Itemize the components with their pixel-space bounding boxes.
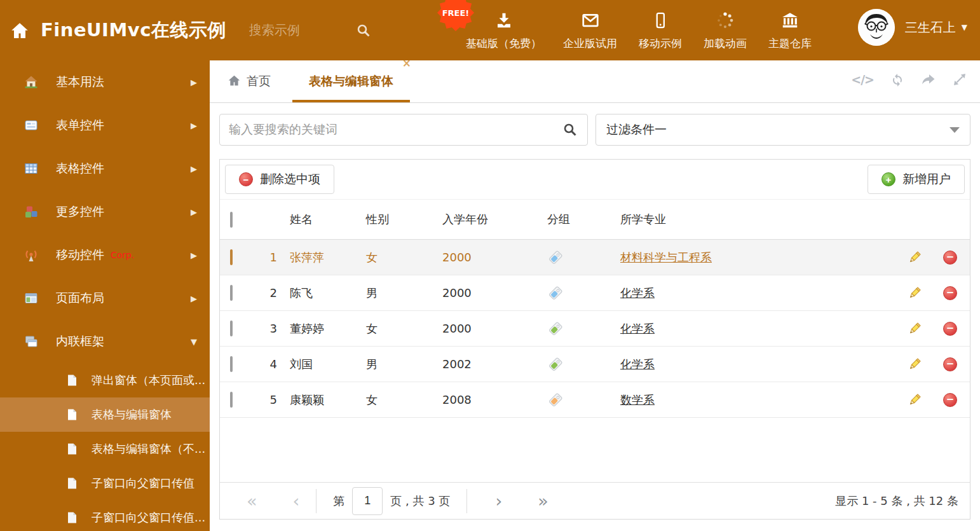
antenna-icon bbox=[24, 248, 38, 262]
chevron-down-icon: ▼ bbox=[191, 337, 197, 347]
nav-item-basic-version[interactable]: 基础版（免费） bbox=[455, 9, 552, 51]
tag-icon bbox=[547, 249, 620, 266]
filter-dropdown[interactable]: 过滤条件一 bbox=[595, 114, 970, 146]
cell-name: 张萍萍 bbox=[277, 250, 366, 265]
nav-item-mobile-demo[interactable]: 移动示例 bbox=[628, 9, 693, 51]
grid-empty-area bbox=[220, 418, 970, 482]
major-link[interactable]: 化学系 bbox=[620, 286, 655, 300]
page-icon bbox=[65, 477, 78, 490]
page-input[interactable] bbox=[352, 487, 383, 515]
chevron-right-icon: ▶ bbox=[191, 294, 197, 303]
avatar[interactable] bbox=[858, 9, 895, 46]
sidebar-subitem-child-to-parent[interactable]: 子窗口向父窗口传值 bbox=[0, 466, 210, 500]
delete-selected-button[interactable]: − 删除选中项 bbox=[225, 165, 334, 194]
nav-item-theme-repo[interactable]: 主题仓库 bbox=[758, 9, 822, 51]
record-summary: 显示 1 - 5 条 , 共 12 条 bbox=[835, 493, 958, 509]
prev-page-button[interactable]: ‹ bbox=[293, 492, 300, 509]
edit-icon[interactable] bbox=[899, 250, 930, 265]
tab-grid-edit-window[interactable]: 表格与编辑窗体 × bbox=[292, 73, 410, 102]
share-icon[interactable] bbox=[921, 72, 936, 87]
delete-icon[interactable]: − bbox=[943, 322, 957, 336]
delete-icon[interactable]: − bbox=[943, 286, 957, 300]
caret-down-icon[interactable]: ▼ bbox=[962, 23, 967, 32]
edit-icon[interactable] bbox=[899, 286, 930, 300]
table-row[interactable]: 1 张萍萍 女 2000 材料科学与工程系 − bbox=[220, 240, 970, 275]
major-link[interactable]: 化学系 bbox=[620, 322, 655, 335]
spinner-icon bbox=[716, 9, 735, 32]
cell-year: 2002 bbox=[442, 357, 547, 371]
keyword-search-box bbox=[219, 114, 588, 146]
refresh-icon[interactable] bbox=[890, 72, 905, 87]
delete-icon[interactable]: − bbox=[943, 393, 957, 407]
next-page-button[interactable]: › bbox=[495, 492, 502, 509]
table-row[interactable]: 3 董婷婷 女 2000 化学系 − bbox=[220, 311, 970, 347]
user-name[interactable]: 三生石上 bbox=[905, 19, 956, 36]
select-all-checkbox[interactable] bbox=[230, 212, 233, 228]
cell-year: 2000 bbox=[442, 322, 547, 335]
column-header-major: 所学专业 bbox=[620, 212, 899, 227]
row-checkbox[interactable] bbox=[230, 356, 233, 372]
sidebar-subitem-child-to-parent-2[interactable]: 子窗口向父窗口传值... bbox=[0, 500, 210, 531]
table-row[interactable]: 2 陈飞 男 2000 化学系 − bbox=[220, 275, 970, 311]
sidebar-item-more-controls[interactable]: 更多控件 ▶ bbox=[0, 190, 210, 233]
layout-icon bbox=[24, 291, 38, 305]
row-index: 5 bbox=[255, 393, 277, 406]
page-icon bbox=[65, 511, 78, 524]
user-menu[interactable]: 三生石上 ▼ bbox=[858, 9, 967, 46]
edit-icon[interactable] bbox=[899, 392, 930, 407]
sidebar-subitem-grid-edit-window-2[interactable]: 表格与编辑窗体（不... bbox=[0, 432, 210, 466]
app-title: FineUIMvc在线示例 bbox=[41, 18, 226, 43]
sidebar-item-grid-controls[interactable]: 表格控件 ▶ bbox=[0, 147, 210, 190]
header-search-input[interactable] bbox=[248, 22, 346, 38]
sidebar-item-mobile-controls[interactable]: 移动控件 Corp. ▶ bbox=[0, 233, 210, 277]
sidebar-item-page-layout[interactable]: 页面布局 ▶ bbox=[0, 277, 210, 320]
sidebar-item-label: 页面布局 bbox=[56, 290, 104, 307]
sidebar-item-label: 更多控件 bbox=[56, 203, 104, 220]
table-row[interactable]: 5 康颖颖 女 2008 数学系 − bbox=[220, 382, 970, 418]
major-link[interactable]: 化学系 bbox=[620, 357, 655, 371]
table-row[interactable]: 4 刘国 男 2002 化学系 − bbox=[220, 347, 970, 382]
edit-icon[interactable] bbox=[899, 357, 930, 371]
row-checkbox[interactable] bbox=[230, 285, 233, 301]
page-icon bbox=[65, 374, 78, 387]
row-checkbox[interactable] bbox=[230, 321, 233, 336]
table-icon bbox=[24, 162, 38, 176]
major-link[interactable]: 数学系 bbox=[620, 393, 655, 406]
search-icon[interactable] bbox=[356, 23, 371, 38]
edit-icon[interactable] bbox=[899, 321, 930, 336]
add-user-button[interactable]: + 新增用户 bbox=[868, 165, 965, 194]
row-checkbox[interactable] bbox=[230, 249, 233, 265]
major-link[interactable]: 材料科学与工程系 bbox=[620, 251, 712, 264]
home-icon[interactable] bbox=[10, 21, 29, 40]
sidebar-subitem-popup-window[interactable]: 弹出窗体（本页面或... bbox=[0, 363, 210, 397]
sidebar-item-form-controls[interactable]: 表单控件 ▶ bbox=[0, 104, 210, 147]
header-nav: 基础版（免费） 企业版试用 移动示例 加载动画 bbox=[455, 9, 822, 51]
keyword-search-input[interactable] bbox=[220, 123, 562, 137]
sidebar-item-label: 基本用法 bbox=[56, 74, 104, 90]
page-icon bbox=[65, 408, 78, 421]
sidebar-item-label: 内联框架 bbox=[56, 333, 104, 350]
column-header-name: 姓名 bbox=[277, 212, 366, 227]
search-icon[interactable] bbox=[562, 122, 578, 137]
sidebar-item-iframe[interactable]: 内联框架 ▼ bbox=[0, 320, 210, 363]
caret-down-icon bbox=[949, 127, 960, 133]
nav-item-enterprise-trial[interactable]: 企业版试用 bbox=[552, 9, 628, 51]
first-page-button[interactable]: « bbox=[247, 492, 257, 509]
home-icon bbox=[228, 74, 241, 90]
last-page-button[interactable]: » bbox=[538, 492, 548, 509]
delete-icon[interactable]: − bbox=[943, 251, 957, 265]
row-index: 4 bbox=[255, 357, 277, 371]
page-suffix: 页 , 共 3 页 bbox=[390, 493, 450, 509]
cell-name: 刘国 bbox=[277, 357, 366, 372]
sidebar-subitem-label: 子窗口向父窗口传值 bbox=[92, 476, 194, 491]
chevron-right-icon: ▶ bbox=[191, 121, 197, 130]
bank-icon bbox=[780, 9, 800, 32]
delete-icon[interactable]: − bbox=[943, 357, 957, 371]
sidebar-item-basic-usage[interactable]: 基本用法 ▶ bbox=[0, 60, 210, 104]
tab-home[interactable]: 首页 bbox=[228, 73, 271, 102]
row-checkbox[interactable] bbox=[230, 392, 233, 408]
nav-item-loading-animation[interactable]: 加载动画 bbox=[693, 9, 758, 51]
sidebar-subitem-grid-edit-window[interactable]: 表格与编辑窗体 bbox=[0, 397, 210, 432]
expand-icon[interactable] bbox=[952, 72, 967, 87]
code-icon[interactable]: </> bbox=[851, 72, 874, 86]
